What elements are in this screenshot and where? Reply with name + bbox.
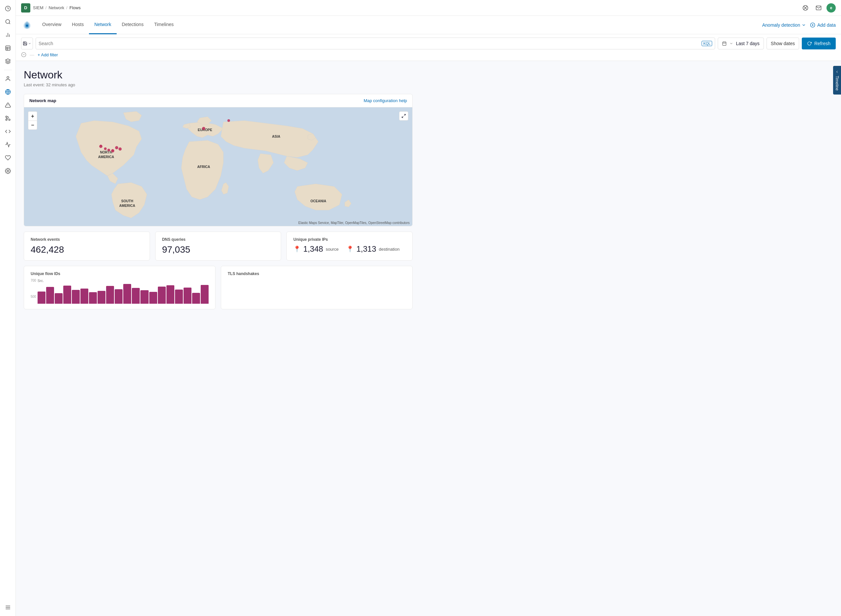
chart-bar	[166, 285, 174, 304]
breadcrumb-siem[interactable]: SIEM	[33, 5, 44, 10]
source-ip-icon: 📍	[293, 245, 301, 253]
svg-point-54	[107, 149, 110, 151]
svg-text:OCEANIA: OCEANIA	[310, 199, 326, 203]
map-zoom-out-button[interactable]: −	[28, 120, 37, 130]
page-title: Network	[24, 69, 412, 81]
svg-line-2	[9, 23, 10, 24]
refresh-label: Refresh	[814, 41, 831, 46]
unique-flow-ids-card: Unique flow IDs 700 500 Src.	[24, 266, 216, 309]
search-input[interactable]	[38, 41, 702, 46]
map-config-help-link[interactable]: Map configuration help	[364, 98, 407, 103]
map-container: + −	[24, 107, 412, 226]
svg-text:AMERICA: AMERICA	[98, 155, 114, 159]
svg-text:NORTH: NORTH	[100, 151, 112, 154]
svg-text:AMERICA: AMERICA	[119, 204, 135, 208]
sidebar-icon-heart[interactable]	[2, 152, 14, 164]
sidebar-icon-alert[interactable]	[2, 99, 14, 111]
chart-bar	[89, 292, 97, 304]
nav-right: Anomaly detection Add data	[762, 22, 836, 28]
help-icon[interactable]	[800, 3, 811, 13]
map-zoom-in-button[interactable]: +	[28, 111, 37, 120]
svg-text:ASIA: ASIA	[272, 135, 280, 138]
network-events-label: Network events	[31, 237, 143, 242]
sidebar-icon-menu[interactable]	[2, 601, 14, 613]
sidebar-icon-chart[interactable]	[2, 29, 14, 41]
anomaly-detection-button[interactable]: Anomaly detection	[762, 22, 806, 28]
stats-grid: Network events 462,428 DNS queries 97,03…	[24, 232, 412, 261]
map-pin-4	[119, 148, 122, 151]
tab-timelines[interactable]: Timelines	[149, 16, 179, 34]
source-ips-label: source	[326, 247, 338, 252]
dest-ips-label: destination	[379, 247, 399, 252]
chart-bar	[158, 287, 166, 304]
svg-point-18	[6, 119, 7, 120]
chart-y-700: 700	[31, 279, 36, 282]
chart-bar	[201, 285, 208, 304]
app-container: D SIEM / Network / Flows e Overview	[0, 0, 841, 616]
refresh-button[interactable]: Refresh	[802, 38, 836, 50]
main-area: D SIEM / Network / Flows e Overview	[16, 0, 841, 616]
tab-network[interactable]: Network	[89, 16, 116, 34]
sidebar-icon-graph[interactable]	[2, 112, 14, 124]
network-events-value: 462,428	[31, 244, 143, 255]
svg-point-57	[227, 119, 230, 122]
user-avatar[interactable]: e	[826, 3, 836, 13]
breadcrumb-current: Flows	[69, 5, 81, 10]
chart-bar	[132, 288, 140, 304]
network-map-header: Network map Map configuration help	[24, 94, 412, 107]
top-header: D SIEM / Network / Flows e	[16, 0, 841, 16]
notifications-icon[interactable]	[813, 3, 824, 13]
tab-detections[interactable]: Detections	[117, 16, 149, 34]
show-dates-button[interactable]: Show dates	[766, 38, 799, 50]
unique-private-ips-row: 📍 1,348 source 📍 1,313 destination	[293, 244, 406, 254]
tab-hosts[interactable]: Hosts	[66, 16, 89, 34]
timeline-panel[interactable]: Timeline	[833, 66, 841, 95]
network-map-title: Network map	[29, 98, 56, 103]
map-attribution: Elastic Maps Service, MapTiler, OpenMapT…	[298, 221, 409, 224]
dest-ips-item: 📍 1,313 destination	[346, 244, 399, 254]
svg-text:AFRICA: AFRICA	[197, 165, 210, 169]
date-picker[interactable]: Last 7 days	[718, 38, 764, 50]
svg-line-40	[402, 116, 404, 117]
add-filter-button[interactable]: + Add filter	[38, 52, 58, 57]
map-controls: + −	[28, 111, 37, 130]
save-query-button[interactable]	[21, 38, 33, 50]
map-expand-button[interactable]	[399, 111, 408, 120]
chart-bar	[175, 290, 183, 304]
add-data-button[interactable]: Add data	[810, 22, 836, 28]
dns-queries-card: DNS queries 97,035	[155, 232, 282, 261]
svg-rect-6	[6, 46, 10, 50]
svg-point-55	[104, 148, 107, 150]
sidebar-icon-layers[interactable]	[2, 55, 14, 67]
sidebar-icon-settings[interactable]	[2, 165, 14, 177]
sidebar-icon-user[interactable]	[2, 73, 14, 85]
sidebar-icon-search[interactable]	[2, 16, 14, 28]
chart-bars	[38, 284, 208, 304]
breadcrumb-network[interactable]: Network	[48, 5, 64, 10]
sidebar-icon-table[interactable]	[2, 42, 14, 54]
chart-bar	[123, 284, 131, 304]
nav-bar: Overview Hosts Network Detections Timeli…	[16, 16, 841, 34]
filter-bar: KQL Last 7 days Show dates Refresh —	[16, 34, 841, 61]
chart-bar	[183, 287, 191, 304]
chart-area: 700 500 Src.	[31, 279, 208, 304]
chart-bar	[81, 289, 88, 304]
chart-bar	[149, 292, 157, 304]
unique-flow-ids-label: Unique flow IDs	[31, 271, 208, 276]
source-ips-item: 📍 1,348 source	[293, 244, 338, 254]
sidebar-icon-network[interactable]	[2, 86, 14, 98]
svg-rect-33	[723, 42, 727, 45]
tls-handshakes-label: TLS handshakes	[228, 271, 406, 276]
kql-badge[interactable]: KQL	[702, 41, 712, 46]
unique-private-ips-label: Unique private IPs	[293, 237, 406, 242]
sidebar-icon-clock[interactable]	[2, 3, 14, 15]
tab-overview[interactable]: Overview	[37, 16, 66, 34]
map-pin-5	[107, 149, 110, 151]
svg-point-1	[6, 19, 10, 23]
svg-marker-10	[5, 59, 10, 62]
source-ips-value: 1,348	[303, 244, 323, 254]
chart-y-labels: 700 500	[31, 279, 36, 298]
sidebar-icon-code[interactable]	[2, 126, 14, 137]
content-area: Network Last event: 32 minutes ago Netwo…	[16, 61, 841, 616]
sidebar-icon-activity[interactable]	[2, 139, 14, 151]
